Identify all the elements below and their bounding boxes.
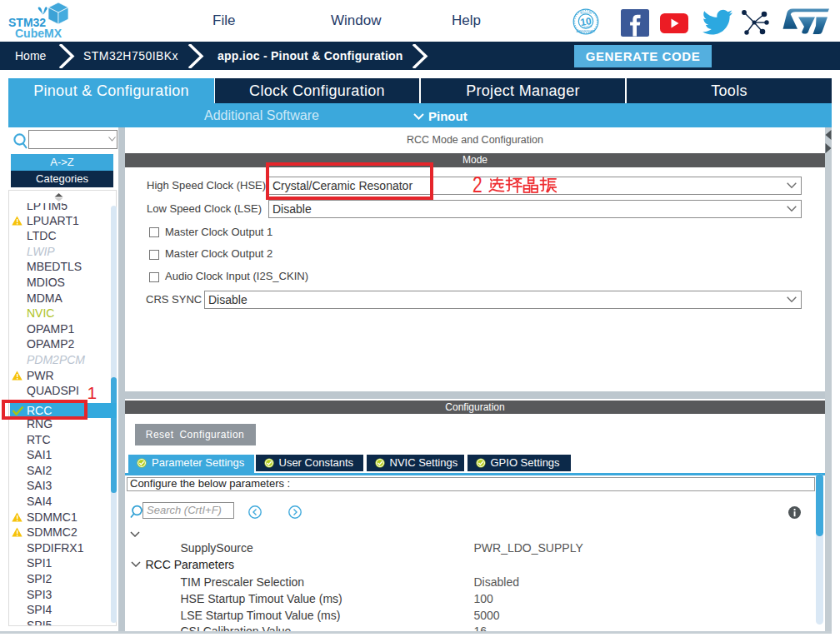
svg-text:YEARS: YEARS <box>582 24 592 29</box>
svg-text:ANNIVERSARY: ANNIVERSARY <box>577 29 597 32</box>
svg-text:EDITION: EDITION <box>581 12 592 15</box>
